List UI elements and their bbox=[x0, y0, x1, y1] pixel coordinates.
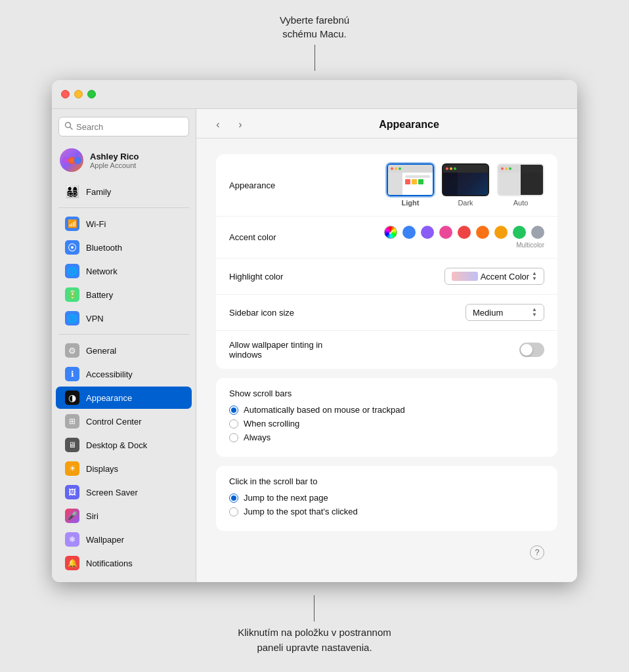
minimize-button[interactable] bbox=[74, 90, 83, 98]
click-nextpage-label: Jump to the next page bbox=[244, 493, 328, 503]
tooltip-top-line1: Vyberte farebnú bbox=[280, 14, 349, 26]
sidebar-label-displays: Displays bbox=[86, 464, 118, 474]
scroll-auto-radio[interactable] bbox=[229, 406, 238, 415]
sidebar-item-displays[interactable]: ☀ Displays bbox=[56, 457, 192, 480]
sidebar-label-accessibility: Accessibility bbox=[86, 369, 133, 379]
appearance-option-auto[interactable]: Auto bbox=[497, 163, 544, 207]
sidebar-item-vpn[interactable]: 🌐 VPN bbox=[56, 307, 192, 329]
sidebar-item-screensaver[interactable]: 🖼 Screen Saver bbox=[56, 481, 192, 503]
desktop-icon: 🖥 bbox=[65, 438, 79, 452]
accent-dot-yellow[interactable] bbox=[494, 226, 508, 239]
sidebar-item-family[interactable]: 👨‍👩‍👧‍👦 Family bbox=[56, 180, 192, 203]
appearance-row: Appearance bbox=[216, 154, 557, 217]
sidebar-item-notifications[interactable]: 🔔 Notifications bbox=[56, 552, 192, 574]
accent-dot-orange[interactable] bbox=[476, 226, 489, 239]
click-spot-option[interactable]: Jump to the spot that's clicked bbox=[229, 507, 544, 516]
sidebar-icon-size-select[interactable]: Medium ▲▼ bbox=[466, 304, 544, 321]
traffic-lights bbox=[61, 90, 96, 98]
help-button[interactable]: ? bbox=[530, 545, 544, 560]
sidebar-label-vpn: VPN bbox=[86, 314, 104, 324]
accent-dot-blue[interactable] bbox=[402, 226, 416, 239]
sidebar-icon-size-row: Sidebar icon size Medium ▲▼ bbox=[216, 295, 557, 331]
avatar bbox=[60, 148, 83, 172]
sidebar-label-controlcenter: Control Center bbox=[86, 417, 142, 427]
sidebar-label-appearance: Appearance bbox=[86, 393, 132, 403]
tooltip-top-line2: schému Macu. bbox=[282, 28, 347, 39]
tooltip-bottom-text: Kliknutím na položku v postrannompaneli … bbox=[238, 627, 391, 653]
sidebar-item-desktop[interactable]: 🖥 Desktop & Dock bbox=[56, 434, 192, 456]
appearance-thumb-light bbox=[387, 163, 434, 196]
sidebar-item-siri[interactable]: 🎤 Siri bbox=[56, 505, 192, 527]
accent-dot-green[interactable] bbox=[513, 226, 526, 239]
wallpaper-tinting-toggle[interactable] bbox=[519, 343, 544, 357]
wallpaper-icon: ❄ bbox=[65, 532, 79, 547]
sidebar-item-battery[interactable]: 🔋 Battery bbox=[56, 284, 192, 306]
user-subtitle: Apple Account bbox=[90, 161, 139, 169]
accent-dot-red[interactable] bbox=[458, 226, 471, 239]
scroll-always-option[interactable]: Always bbox=[229, 432, 544, 442]
sidebar-item-appearance[interactable]: ◑ Appearance bbox=[56, 387, 192, 409]
general-icon: ⚙ bbox=[65, 343, 79, 358]
sidebar-icon-size-value: Medium bbox=[473, 308, 503, 318]
search-icon bbox=[64, 121, 73, 133]
close-button[interactable] bbox=[61, 90, 70, 98]
accent-dot-multicolor[interactable] bbox=[384, 226, 397, 239]
accent-color-row: Accent color bbox=[216, 217, 557, 259]
scroll-always-radio[interactable] bbox=[229, 433, 238, 442]
sidebar-item-accessibility[interactable]: ℹ Accessibility bbox=[56, 363, 192, 385]
siri-icon: 🎤 bbox=[65, 509, 79, 523]
user-row[interactable]: Ashley Rico Apple Account bbox=[52, 143, 196, 177]
sidebar-item-wifi[interactable]: 📶 Wi-Fi bbox=[56, 213, 192, 235]
sidebar-label-siri: Siri bbox=[86, 511, 98, 521]
sidebar-item-controlcenter[interactable]: ⊞ Control Center bbox=[56, 410, 192, 432]
tooltip-bottom: Kliknutím na položku v postrannompaneli … bbox=[238, 595, 391, 655]
highlight-select[interactable]: Accent Color ▲▼ bbox=[445, 268, 544, 285]
sidebar-label-general: General bbox=[86, 346, 116, 356]
appearance-card: Appearance bbox=[216, 154, 557, 369]
appearance-label: Appearance bbox=[229, 180, 347, 190]
sidebar-item-general[interactable]: ⚙ General bbox=[56, 339, 192, 362]
highlight-value: Accent Color bbox=[481, 272, 529, 282]
appearance-option-dark[interactable]: Dark bbox=[442, 163, 489, 207]
sidebar-item-label: Family bbox=[86, 187, 111, 197]
click-nextpage-option[interactable]: Jump to the next page bbox=[229, 493, 544, 503]
click-spot-radio[interactable] bbox=[229, 507, 238, 516]
accent-dot-pink[interactable] bbox=[439, 226, 452, 239]
sidebar-label-battery: Battery bbox=[86, 290, 113, 300]
scroll-auto-option[interactable]: Automatically based on mouse or trackpad bbox=[229, 405, 544, 415]
screensaver-icon: 🖼 bbox=[65, 485, 79, 499]
highlight-preview bbox=[452, 272, 478, 281]
sidebar-label-notifications: Notifications bbox=[86, 558, 133, 568]
sidebar-item-bluetooth[interactable]: ⦿ Bluetooth bbox=[56, 236, 192, 259]
nav-back-button[interactable]: ‹ bbox=[209, 118, 227, 131]
sidebar-item-wallpaper[interactable]: ❄ Wallpaper bbox=[56, 528, 192, 551]
vpn-icon: 🌐 bbox=[65, 311, 79, 326]
sidebar-item-network[interactable]: 🌐 Network bbox=[56, 260, 192, 282]
scroll-scrolling-radio[interactable] bbox=[229, 419, 238, 429]
appearance-option-light[interactable]: Light bbox=[387, 163, 434, 207]
highlight-color-label: Highlight color bbox=[229, 272, 347, 282]
click-nextpage-radio[interactable] bbox=[229, 494, 238, 503]
appearance-thumb-auto bbox=[497, 163, 544, 196]
sidebar-size-arrows: ▲▼ bbox=[532, 307, 537, 318]
accent-dot-purple[interactable] bbox=[421, 226, 434, 239]
appearance-thumb-dark bbox=[442, 163, 489, 196]
bluetooth-icon: ⦿ bbox=[65, 240, 79, 255]
accent-control: Multicolor bbox=[347, 226, 544, 249]
wallpaper-tinting-row: Allow wallpaper tinting in windows bbox=[216, 331, 557, 369]
accent-color-label: Accent color bbox=[229, 232, 347, 242]
scroll-scrolling-option[interactable]: When scrolling bbox=[229, 419, 544, 429]
search-bar[interactable] bbox=[58, 117, 189, 136]
maximize-button[interactable] bbox=[87, 90, 96, 98]
main-content: ‹ › Appearance Appearance bbox=[196, 109, 577, 582]
search-input[interactable] bbox=[76, 122, 183, 132]
highlight-control: Accent Color ▲▼ bbox=[347, 268, 544, 285]
appearance-options: Light bbox=[387, 163, 544, 207]
scroll-auto-label: Automatically based on mouse or trackpad bbox=[244, 405, 405, 415]
sidebar-label-bluetooth: Bluetooth bbox=[86, 243, 122, 253]
user-name: Ashley Rico bbox=[90, 152, 139, 161]
highlight-color-row: Highlight color Accent Color ▲▼ bbox=[216, 259, 557, 295]
network-icon: 🌐 bbox=[65, 264, 79, 278]
accent-dot-graphite[interactable] bbox=[531, 226, 544, 239]
nav-forward-button[interactable]: › bbox=[232, 118, 249, 131]
